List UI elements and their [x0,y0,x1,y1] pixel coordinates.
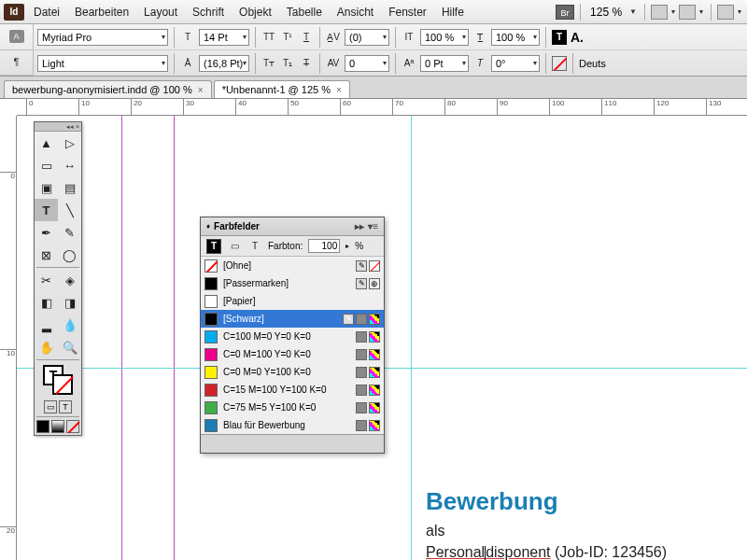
toolbox-panel: ◂◂ × ▲▷ ▭↔ ▣▤ T╲ ✒✎ ⊠◯ ✂◈ ◧◨ ▂💧 ✋🔍 T ▭ T [34,121,82,436]
direct-selection-tool[interactable]: ▷ [58,132,81,154]
ellipse-tool[interactable]: ◯ [58,244,81,266]
gradient-swatch-tool[interactable]: ◧ [35,291,58,314]
note-tool[interactable]: ▂ [35,314,58,336]
selection-tool[interactable]: ▲ [35,132,58,154]
text-frame[interactable]: Bewerbung als Personaldisponent (Job-ID:… [426,487,667,560]
panel-tabs-icon[interactable]: ▸▸ [355,221,364,231]
process-icon [356,331,367,343]
zoom-level[interactable]: 125 % [586,6,626,19]
line-tool[interactable]: ╲ [58,199,81,221]
pen-tool[interactable]: ✒ [35,221,58,244]
scissors-tool[interactable]: ✂ [35,269,58,291]
apply-gradient-button[interactable] [51,420,64,433]
apply-color-button[interactable] [36,420,49,433]
frame-indicator-icon[interactable]: ▭ [227,239,242,254]
swatch-row[interactable]: C=100 M=0 Y=0 K=0 [201,328,384,345]
fill-stroke-swatch[interactable]: T [35,361,81,399]
format-container-button[interactable]: ▭ [44,400,57,413]
menu-ansicht[interactable]: Ansicht [330,3,381,21]
page-tool[interactable]: ▭ [35,154,58,176]
eyedropper-tool[interactable]: 💧 [58,314,81,336]
gap-tool[interactable]: ↔ [58,154,81,176]
menu-hilfe[interactable]: Hilfe [434,3,472,21]
close-tab-icon[interactable]: × [336,85,342,95]
skew-input[interactable]: 0°▾ [491,55,540,72]
vertical-ruler: 01020 [0,116,17,560]
text-indicator-icon[interactable]: T [247,239,262,254]
swatch-row[interactable]: [Schwarz]✎ [201,310,384,328]
menu-layout[interactable]: Layout [136,3,185,21]
zoom-tool[interactable]: 🔍 [58,336,81,358]
strikethrough-icon[interactable]: T [299,56,314,71]
swatch-row[interactable]: [Passermarken]✎⊕ [201,274,384,292]
arrange-icon[interactable] [717,5,734,20]
menu-schrift[interactable]: Schrift [185,3,232,21]
vscale-input[interactable]: 100 %▾ [420,29,469,46]
menu-fenster[interactable]: Fenster [381,3,434,21]
free-transform-tool[interactable]: ◈ [58,269,81,291]
underline-icon[interactable]: T [299,30,314,45]
hscale-icon: T̲ [472,30,487,45]
type-tool[interactable]: T [35,199,58,221]
bridge-button[interactable]: Br [556,5,574,20]
view-options-icon[interactable] [651,5,668,20]
pencil-icon: ✎ [343,314,354,325]
guide-vertical[interactable] [411,116,412,560]
hand-tool[interactable]: ✋ [35,336,58,358]
language-select[interactable]: Deuts [579,58,606,69]
apply-none-button[interactable] [66,420,79,433]
pencil-tool[interactable]: ✎ [58,221,81,244]
screen-mode-icon[interactable] [679,5,696,20]
swatch-row[interactable]: [Ohne]✎ [201,257,384,274]
paragraph-formatting-button[interactable]: ¶ [0,50,33,77]
panel-toggle-icon[interactable]: ♦ [206,222,210,231]
rectangle-frame-tool[interactable]: ⊠ [35,244,58,266]
tint-percent: % [355,241,363,251]
menu-bearbeiten[interactable]: Bearbeiten [67,3,136,21]
menu-objekt[interactable]: Objekt [232,3,279,21]
tint-input[interactable] [308,239,340,253]
doc-title: Bewerbung [426,487,667,516]
fill-color-icon[interactable]: T [552,30,567,45]
panel-collapse-icon[interactable]: ◂◂ × [35,122,81,132]
menu-datei[interactable]: Datei [26,3,67,21]
close-tab-icon[interactable]: × [198,85,204,95]
tracking-input[interactable]: 0▾ [345,55,389,72]
content-placer-tool[interactable]: ▤ [58,176,81,199]
document-tab[interactable]: bewerbung-anonymisiert.indd @ 100 %× [4,80,212,98]
swatch-row[interactable]: [Papier] [201,292,384,310]
document-tab[interactable]: *Unbenannt-1 @ 125 %× [214,80,350,98]
format-text-button[interactable]: T [59,400,72,413]
baseline-input[interactable]: 0 Pt▾ [420,55,469,72]
chevron-down-icon[interactable]: ▼ [627,7,639,16]
kerning-input[interactable]: (0)▾ [345,29,389,46]
tint-arrow-icon[interactable]: ▸ [345,242,349,250]
allcaps-icon[interactable]: TT [261,30,276,45]
font-weight-select[interactable]: Light▾ [37,55,168,72]
hscale-input[interactable]: 100 %▾ [491,29,540,46]
menu-tabelle[interactable]: Tabelle [279,3,330,21]
gradient-feather-tool[interactable]: ◨ [58,291,81,314]
swatch-row[interactable]: C=15 M=100 Y=100 K=0 [201,381,384,399]
superscript-icon[interactable]: T¹ [280,30,295,45]
char-style-icon[interactable]: A. [571,30,584,45]
swatch-row[interactable]: C=0 M=0 Y=100 K=0 [201,363,384,381]
font-size-input[interactable]: 14 Pt▾ [199,29,249,46]
swatch-row[interactable]: C=0 M=100 Y=0 K=0 [201,345,384,363]
panel-menu-icon[interactable]: ▾≡ [368,221,378,231]
stroke-none-icon[interactable] [552,56,567,71]
font-family-select[interactable]: Myriad Pro▾ [37,29,168,46]
cmyk-icon [369,331,380,343]
tint-label: Farbton: [268,241,303,251]
character-formatting-button[interactable]: A [0,24,33,50]
font-size-icon: T [180,30,195,45]
subscript-icon[interactable]: T₁ [280,56,295,71]
swatch-row[interactable]: C=75 M=5 Y=100 K=0 [201,399,384,416]
swatch-row[interactable]: Blau für Bewerbung [201,416,384,434]
fill-indicator-icon[interactable]: T [206,239,221,254]
leading-input[interactable]: (16,8 Pt)▾ [199,55,249,72]
horizontal-ruler: 0102030405060708090100110120130 [17,99,747,116]
cmyk-icon [369,349,380,360]
smallcaps-icon[interactable]: Tᴛ [261,56,276,71]
content-collector-tool[interactable]: ▣ [35,176,58,199]
